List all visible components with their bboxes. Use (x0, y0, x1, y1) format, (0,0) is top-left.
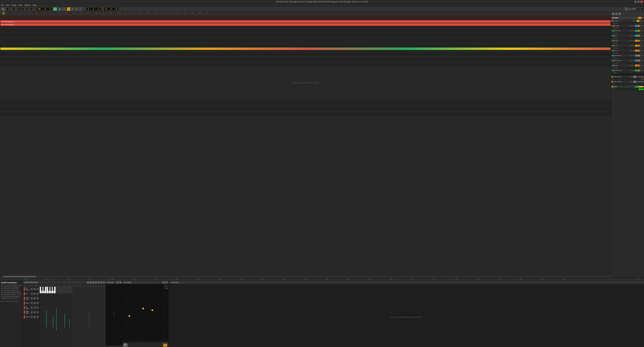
mixer-nav-right[interactable]: ► (615, 13, 618, 15)
a-return-s[interactable]: S (636, 76, 638, 78)
track-row-20[interactable] (0, 102, 611, 105)
track-kick[interactable]: Kick Drum Bus 5 S (611, 35, 644, 37)
punch-out-button[interactable]: ► (75, 7, 78, 11)
menu-create[interactable]: Create (11, 4, 16, 6)
midi-rack-collapse[interactable]: ▼ (100, 281, 102, 284)
track-mono-room[interactable]: Mono Room Drum Bus 10 S (611, 59, 644, 62)
b-return-s[interactable]: S (636, 81, 638, 83)
pad-edit-cross-stick[interactable]: ✎ (36, 297, 39, 299)
pad-solo-snare[interactable]: S (34, 302, 36, 304)
pad-solo-pedal[interactable]: S (34, 316, 36, 318)
kick-vol[interactable] (642, 35, 643, 37)
clip-ggd1[interactable]: GGD OKW AggroRock (0, 20, 610, 23)
kick-s[interactable]: S (638, 35, 640, 37)
pad-toggle-kick[interactable]: C (30, 292, 33, 295)
track-row-1[interactable] (0, 15, 611, 18)
track-row-11[interactable] (0, 42, 611, 45)
track-b-return[interactable]: B PRL Compre Master B S (611, 80, 644, 83)
pad-edit-kick[interactable]: ✎ (36, 292, 39, 295)
room-vol[interactable] (642, 65, 643, 66)
track-row-5[interactable] (0, 26, 611, 29)
pad-toggle-edge-tight[interactable]: C (30, 311, 33, 313)
midi-rack-btn1[interactable]: H (87, 281, 89, 284)
track-row-ggd1[interactable]: GGD OKW AggroRock (0, 20, 611, 23)
a-return-fader[interactable] (638, 76, 643, 78)
track-row-24[interactable] (0, 113, 611, 115)
time-sig-display[interactable]: 4 / 4 (17, 8, 24, 11)
drum-bus-m[interactable] (642, 20, 643, 22)
track-group-drums[interactable]: DRUMS S M (611, 16, 644, 20)
tom1-m[interactable] (640, 45, 642, 47)
room-m[interactable] (640, 65, 642, 66)
eq-gain-knob[interactable] (123, 343, 128, 347)
loop-button[interactable]: ⟳ (67, 7, 70, 11)
tom2-s[interactable]: S (638, 50, 640, 52)
track-room[interactable]: Room Drum Bus 11 S (611, 64, 644, 67)
midi-drop-zone[interactable]: Drop MIDI Effects Here (73, 287, 106, 347)
track-row-13[interactable] (0, 50, 611, 53)
track-instrumental-right[interactable]: Instrumental Master 12 S (611, 69, 644, 72)
track-row-2[interactable] (0, 18, 611, 20)
track-row-21[interactable] (0, 105, 611, 107)
track-row-14[interactable] (0, 53, 611, 56)
menu-file[interactable]: File (1, 4, 4, 6)
track-tom1[interactable]: Tom 1 Drum Bus 7 S (611, 44, 644, 47)
track-row-ggd2[interactable]: GGD OKW AggroRock (0, 23, 611, 26)
midi-note-grid[interactable] (40, 293, 73, 347)
one-shots-vol[interactable] (642, 30, 643, 32)
snare-vol[interactable] (642, 40, 643, 41)
tempo-value[interactable]: 92.00 (6, 8, 15, 11)
arrangement-drop-zone[interactable]: Drop Files and Devices Here (0, 66, 611, 99)
one-shots-s[interactable]: S (638, 30, 640, 32)
track-row-8[interactable] (0, 34, 611, 37)
track-row-instrumental[interactable] (0, 47, 611, 50)
track-master[interactable]: Master 1/2 5 (611, 85, 644, 88)
track-row-23[interactable] (0, 110, 611, 113)
room-s[interactable]: S (638, 65, 640, 66)
pad-toggle-pedal[interactable]: C (30, 316, 33, 318)
track-row-22[interactable] (0, 107, 611, 110)
midi-rack-btn2[interactable]: M (90, 281, 92, 284)
mixer-nav-down[interactable]: ▼ (618, 13, 621, 15)
pad-solo-tip-closer[interactable]: S (34, 288, 36, 290)
instrumental-m[interactable] (640, 70, 642, 71)
eq-close[interactable]: ✕ (166, 281, 168, 284)
track-row-10[interactable] (0, 39, 611, 42)
track-row-16[interactable] (0, 58, 611, 61)
mono-room-vol[interactable] (642, 60, 643, 61)
pad-edit-tip-closer[interactable]: ✎ (36, 288, 39, 290)
track-row-7[interactable] (0, 32, 611, 34)
pad-edit-pedal[interactable]: ✎ (36, 316, 39, 318)
track-kontakt[interactable]: Kontakt Drum Bus 3 S (611, 25, 644, 27)
track-snare[interactable]: Snare Drum Bus 6 S (611, 39, 644, 42)
mono-room-s[interactable]: S (638, 60, 640, 61)
midi-rack-btn3[interactable]: R (92, 281, 94, 284)
track-overheads[interactable]: Overheads Drum Bus 9 S (611, 54, 644, 57)
pad-solo-tip-tight[interactable]: S (34, 306, 36, 309)
drums-mute[interactable]: M (642, 17, 643, 19)
record-button[interactable]: ● (62, 7, 66, 11)
track-row-19[interactable] (0, 99, 611, 102)
eq-adapt-button[interactable]: On (163, 344, 167, 346)
overheads-s[interactable]: S (638, 55, 640, 57)
scroll-thumb[interactable] (3, 276, 36, 277)
track-drum-bus[interactable]: Drum Bus Master 1 S (611, 20, 644, 22)
b-return-fader[interactable] (638, 81, 643, 82)
maximize-button[interactable]: □ (638, 1, 640, 3)
timeline-scrollbar[interactable] (0, 275, 611, 277)
kontakt-vol[interactable] (642, 25, 643, 27)
tap-tempo-button[interactable]: Tap (1, 7, 6, 11)
master-fader[interactable] (638, 86, 643, 87)
tom1-s[interactable]: S (638, 45, 640, 47)
pad-edit-edge-tight[interactable]: ✎ (36, 311, 39, 313)
play-button[interactable]: ▶ (53, 7, 57, 11)
kontakt-m[interactable] (640, 25, 642, 27)
metronome-button[interactable]: ♩ (79, 7, 82, 11)
midi-rack-btn4[interactable]: W (95, 281, 97, 284)
pad-toggle-tip-tight[interactable]: C (30, 306, 33, 309)
beats-time-display[interactable]: 0 . 1 . 0 (104, 7, 118, 11)
tom2-m[interactable] (640, 50, 642, 52)
mono-room-m[interactable] (640, 60, 642, 61)
clip-instrumental[interactable] (0, 48, 610, 50)
punch-in-button[interactable]: ◄ (71, 7, 74, 11)
